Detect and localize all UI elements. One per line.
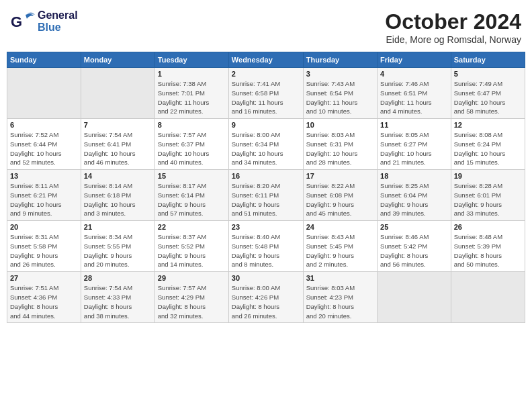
- day-number: 14: [84, 172, 152, 180]
- day-info: Sunrise: 8:08 AM Sunset: 6:24 PM Dayligh…: [454, 130, 522, 167]
- month-title: October 2024: [385, 9, 521, 34]
- calendar-cell: 25Sunrise: 8:46 AM Sunset: 5:42 PM Dayli…: [378, 221, 451, 272]
- day-info: Sunrise: 7:57 AM Sunset: 6:37 PM Dayligh…: [158, 130, 226, 167]
- day-number: 30: [232, 274, 300, 282]
- day-info: Sunrise: 7:52 AM Sunset: 6:44 PM Dayligh…: [10, 130, 78, 167]
- day-number: 29: [158, 274, 226, 282]
- calendar-week-row: 20Sunrise: 8:31 AM Sunset: 5:58 PM Dayli…: [7, 221, 525, 272]
- calendar-cell: 24Sunrise: 8:43 AM Sunset: 5:45 PM Dayli…: [303, 221, 377, 272]
- calendar-table: SundayMondayTuesdayWednesdayThursdayFrid…: [7, 52, 525, 323]
- day-number: 21: [84, 223, 152, 231]
- day-info: Sunrise: 8:03 AM Sunset: 4:23 PM Dayligh…: [306, 283, 374, 320]
- day-info: Sunrise: 8:31 AM Sunset: 5:58 PM Dayligh…: [10, 232, 78, 269]
- day-number: 16: [232, 172, 300, 180]
- day-number: 8: [158, 121, 226, 129]
- calendar-cell: 2Sunrise: 7:41 AM Sunset: 6:58 PM Daylig…: [228, 68, 303, 119]
- day-number: 24: [306, 223, 374, 231]
- calendar-cell: 29Sunrise: 7:57 AM Sunset: 4:29 PM Dayli…: [154, 272, 228, 323]
- day-info: Sunrise: 7:38 AM Sunset: 7:01 PM Dayligh…: [158, 79, 226, 116]
- calendar-cell: 23Sunrise: 8:40 AM Sunset: 5:48 PM Dayli…: [228, 221, 303, 272]
- calendar-cell: [7, 68, 81, 119]
- day-number: 25: [380, 223, 448, 231]
- day-number: 15: [158, 172, 226, 180]
- day-number: 17: [306, 172, 374, 180]
- calendar-cell: [378, 272, 451, 323]
- weekday-header-friday: Friday: [378, 52, 451, 68]
- day-number: 12: [454, 121, 522, 129]
- calendar-cell: 27Sunrise: 7:51 AM Sunset: 4:36 PM Dayli…: [7, 272, 81, 323]
- day-number: 28: [84, 274, 152, 282]
- calendar-week-row: 13Sunrise: 8:11 AM Sunset: 6:21 PM Dayli…: [7, 170, 525, 221]
- day-number: 2: [232, 70, 300, 78]
- day-number: 7: [84, 121, 152, 129]
- calendar-cell: 4Sunrise: 7:46 AM Sunset: 6:51 PM Daylig…: [378, 68, 451, 119]
- day-info: Sunrise: 7:49 AM Sunset: 6:47 PM Dayligh…: [454, 79, 522, 116]
- calendar-cell: 20Sunrise: 8:31 AM Sunset: 5:58 PM Dayli…: [7, 221, 81, 272]
- calendar-cell: 12Sunrise: 8:08 AM Sunset: 6:24 PM Dayli…: [451, 119, 525, 170]
- location: Eide, More og Romsdal, Norway: [385, 34, 521, 45]
- day-info: Sunrise: 7:51 AM Sunset: 4:36 PM Dayligh…: [10, 283, 78, 320]
- day-number: 1: [158, 70, 226, 78]
- day-number: 20: [10, 223, 78, 231]
- day-number: 26: [454, 223, 522, 231]
- day-info: Sunrise: 7:54 AM Sunset: 4:33 PM Dayligh…: [84, 283, 152, 320]
- calendar-cell: 11Sunrise: 8:05 AM Sunset: 6:27 PM Dayli…: [378, 119, 451, 170]
- title-block: October 2024 Eide, More og Romsdal, Norw…: [385, 9, 521, 45]
- day-info: Sunrise: 8:43 AM Sunset: 5:45 PM Dayligh…: [306, 232, 374, 269]
- calendar-week-row: 27Sunrise: 7:51 AM Sunset: 4:36 PM Dayli…: [7, 272, 525, 323]
- logo-blue: Blue: [38, 21, 78, 34]
- logo-general: General: [38, 9, 78, 21]
- day-info: Sunrise: 8:28 AM Sunset: 6:01 PM Dayligh…: [454, 181, 522, 218]
- calendar-cell: 16Sunrise: 8:20 AM Sunset: 6:11 PM Dayli…: [228, 170, 303, 221]
- day-info: Sunrise: 8:14 AM Sunset: 6:18 PM Dayligh…: [84, 181, 152, 218]
- calendar-cell: 13Sunrise: 8:11 AM Sunset: 6:21 PM Dayli…: [7, 170, 81, 221]
- day-info: Sunrise: 7:43 AM Sunset: 6:54 PM Dayligh…: [306, 79, 374, 116]
- weekday-header-sunday: Sunday: [7, 52, 81, 68]
- calendar-cell: [451, 272, 525, 323]
- calendar-cell: 21Sunrise: 8:34 AM Sunset: 5:55 PM Dayli…: [81, 221, 154, 272]
- calendar-cell: 3Sunrise: 7:43 AM Sunset: 6:54 PM Daylig…: [303, 68, 377, 119]
- calendar-cell: 30Sunrise: 8:00 AM Sunset: 4:26 PM Dayli…: [228, 272, 303, 323]
- calendar-cell: 22Sunrise: 8:37 AM Sunset: 5:52 PM Dayli…: [154, 221, 228, 272]
- weekday-header-thursday: Thursday: [303, 52, 377, 68]
- day-info: Sunrise: 8:25 AM Sunset: 6:04 PM Dayligh…: [380, 181, 448, 218]
- day-number: 23: [232, 223, 300, 231]
- calendar-cell: 17Sunrise: 8:22 AM Sunset: 6:08 PM Dayli…: [303, 170, 377, 221]
- day-info: Sunrise: 7:41 AM Sunset: 6:58 PM Dayligh…: [232, 79, 300, 116]
- calendar-header-row: SundayMondayTuesdayWednesdayThursdayFrid…: [7, 52, 525, 68]
- day-number: 4: [380, 70, 448, 78]
- calendar-cell: 7Sunrise: 7:54 AM Sunset: 6:41 PM Daylig…: [81, 119, 154, 170]
- calendar-cell: 26Sunrise: 8:48 AM Sunset: 5:39 PM Dayli…: [451, 221, 525, 272]
- calendar-cell: 5Sunrise: 7:49 AM Sunset: 6:47 PM Daylig…: [451, 68, 525, 119]
- logo: G General Blue: [11, 9, 78, 34]
- day-info: Sunrise: 8:11 AM Sunset: 6:21 PM Dayligh…: [10, 181, 78, 218]
- day-number: 13: [10, 172, 78, 180]
- day-number: 3: [306, 70, 374, 78]
- day-info: Sunrise: 8:00 AM Sunset: 6:34 PM Dayligh…: [232, 130, 300, 167]
- day-info: Sunrise: 8:17 AM Sunset: 6:14 PM Dayligh…: [158, 181, 226, 218]
- day-number: 11: [380, 121, 448, 129]
- calendar-cell: 10Sunrise: 8:03 AM Sunset: 6:31 PM Dayli…: [303, 119, 377, 170]
- day-number: 18: [380, 172, 448, 180]
- day-info: Sunrise: 8:46 AM Sunset: 5:42 PM Dayligh…: [380, 232, 448, 269]
- calendar-cell: 31Sunrise: 8:03 AM Sunset: 4:23 PM Dayli…: [303, 272, 377, 323]
- calendar-week-row: 6Sunrise: 7:52 AM Sunset: 6:44 PM Daylig…: [7, 119, 525, 170]
- page-header: G General Blue October 2024 Eide, More o…: [7, 7, 525, 48]
- day-info: Sunrise: 8:03 AM Sunset: 6:31 PM Dayligh…: [306, 130, 374, 167]
- calendar-cell: 19Sunrise: 8:28 AM Sunset: 6:01 PM Dayli…: [451, 170, 525, 221]
- day-number: 22: [158, 223, 226, 231]
- day-info: Sunrise: 8:48 AM Sunset: 5:39 PM Dayligh…: [454, 232, 522, 269]
- day-number: 5: [454, 70, 522, 78]
- weekday-header-saturday: Saturday: [451, 52, 525, 68]
- weekday-header-wednesday: Wednesday: [228, 52, 303, 68]
- calendar-cell: 28Sunrise: 7:54 AM Sunset: 4:33 PM Dayli…: [81, 272, 154, 323]
- calendar-cell: 8Sunrise: 7:57 AM Sunset: 6:37 PM Daylig…: [154, 119, 228, 170]
- weekday-header-monday: Monday: [81, 52, 154, 68]
- calendar-cell: 9Sunrise: 8:00 AM Sunset: 6:34 PM Daylig…: [228, 119, 303, 170]
- day-number: 10: [306, 121, 374, 129]
- day-number: 27: [10, 274, 78, 282]
- day-info: Sunrise: 8:20 AM Sunset: 6:11 PM Dayligh…: [232, 181, 300, 218]
- day-info: Sunrise: 8:00 AM Sunset: 4:26 PM Dayligh…: [232, 283, 300, 320]
- day-info: Sunrise: 7:54 AM Sunset: 6:41 PM Dayligh…: [84, 130, 152, 167]
- calendar-week-row: 1Sunrise: 7:38 AM Sunset: 7:01 PM Daylig…: [7, 68, 525, 119]
